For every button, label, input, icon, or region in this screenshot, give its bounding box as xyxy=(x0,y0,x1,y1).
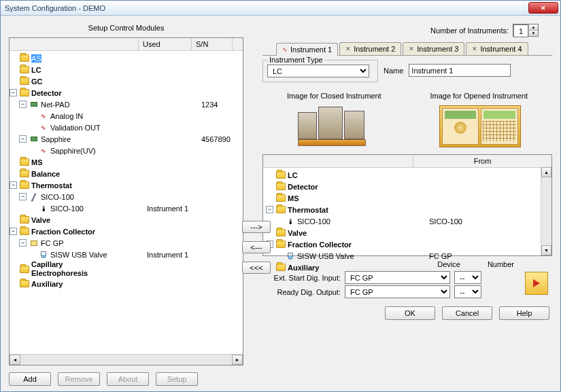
instrument-tabs: ∿Instrument 1 ✕Instrument 2 ✕Instrument … xyxy=(262,42,552,56)
folder-icon xyxy=(19,88,30,98)
left-button-row: Add Remove About Setup xyxy=(9,366,243,386)
tree-item-balance[interactable]: Balance xyxy=(10,168,243,179)
ready-output-label: Ready Dig. Output: xyxy=(262,288,341,296)
instrument-name-input[interactable] xyxy=(409,64,511,77)
folder-icon xyxy=(275,240,286,249)
rt-item-ms[interactable]: MS xyxy=(266,192,551,204)
tree-item-capillary[interactable]: Capillary Electrophoresis xyxy=(10,260,243,278)
minus-icon[interactable]: − xyxy=(19,101,27,108)
tab-instrument-1[interactable]: ∿Instrument 1 xyxy=(276,43,338,56)
minus-icon[interactable]: − xyxy=(19,135,27,143)
ext-start-row: Ext. Start Dig. Input: FC GP -- xyxy=(262,271,552,284)
tree-item-as[interactable]: AS xyxy=(10,52,243,64)
signal-icon: ∿ xyxy=(38,123,49,132)
help-button[interactable]: Help xyxy=(499,306,549,320)
tree-header: Used S/N xyxy=(10,38,243,51)
window: System Configuration - DEMO ✕ Setup Cont… xyxy=(0,0,561,392)
opened-image-label: Image for Opened Instrument xyxy=(430,92,528,100)
rt-header-from[interactable]: From xyxy=(413,155,551,167)
opened-instrument-image[interactable] xyxy=(436,103,524,150)
rt-header-name[interactable] xyxy=(263,155,413,167)
ext-start-device-select[interactable]: FC GP xyxy=(345,271,450,284)
minus-icon[interactable]: − xyxy=(19,193,27,200)
scroll-up-icon[interactable]: ▲ xyxy=(541,167,551,177)
ready-output-row: Ready Dig. Output: FC GP -- xyxy=(262,285,552,298)
remove-button[interactable]: Remove xyxy=(58,372,100,386)
tab-instrument-3[interactable]: ✕Instrument 3 xyxy=(403,42,464,55)
tab-instrument-2[interactable]: ✕Instrument 2 xyxy=(339,42,401,55)
tree-item-validation-out[interactable]: ∿Validation OUT xyxy=(10,122,243,133)
tree-item-fraction-collector[interactable]: −Fraction Collector xyxy=(10,226,243,237)
tree-item-analog-in[interactable]: ∿Analog IN xyxy=(10,110,243,122)
signal-icon: ∿ xyxy=(282,46,288,53)
rt-item-valve[interactable]: Valve xyxy=(266,227,551,238)
tree-header-name[interactable] xyxy=(10,38,139,50)
tree-item-sisw[interactable]: SISW USB ValveInstrument 1 xyxy=(10,249,243,260)
ext-start-number-select[interactable]: -- xyxy=(454,271,481,284)
minus-icon[interactable]: − xyxy=(10,228,17,235)
tab-instrument-4[interactable]: ✕Instrument 4 xyxy=(466,42,528,55)
setup-button[interactable]: Setup xyxy=(156,372,198,386)
minus-icon[interactable]: − xyxy=(19,239,27,247)
temp-icon: 🌡 xyxy=(285,217,296,226)
rt-item-fraction-collector[interactable]: −Fraction Collector xyxy=(266,238,551,250)
horizontal-scrollbar[interactable]: ◄ ► xyxy=(10,354,243,365)
tree-header-used[interactable]: Used xyxy=(139,38,192,50)
add-button[interactable]: Add xyxy=(9,372,51,386)
tree-item-sico100-b[interactable]: 🌡SICO-100Instrument 1 xyxy=(10,202,243,214)
rt-item-detector[interactable]: Detector xyxy=(266,181,551,192)
tree-item-netpad[interactable]: −Net-PAD1234 xyxy=(10,99,243,110)
close-button[interactable]: ✕ xyxy=(528,2,558,14)
spin-up-icon[interactable]: ▲ xyxy=(528,24,538,31)
about-button[interactable]: About xyxy=(107,372,149,386)
scroll-left-icon[interactable]: ◄ xyxy=(10,355,20,365)
tree-item-lc[interactable]: LC xyxy=(10,64,243,75)
disabled-icon: ✕ xyxy=(472,46,477,52)
scroll-down-icon[interactable]: ▼ xyxy=(541,245,551,255)
minus-icon[interactable]: − xyxy=(266,206,273,213)
vertical-scrollbar[interactable]: ▲ ▼ xyxy=(541,167,551,255)
instrument-tree[interactable]: LC Detector MS −Thermostat 🌡SICO-100SICO… xyxy=(263,168,551,274)
rt-item-thermostat[interactable]: −Thermostat xyxy=(266,204,551,215)
tree-item-sapphire[interactable]: −Sapphire4567890 xyxy=(10,133,243,145)
arrow-right-icon xyxy=(533,279,540,287)
tree-item-auxiliary[interactable]: Auxiliary xyxy=(10,278,243,289)
move-right-button[interactable]: ---> xyxy=(242,221,271,233)
tree-item-fcgp[interactable]: −FC GP xyxy=(10,237,243,249)
tree-item-gc[interactable]: GC xyxy=(10,75,243,87)
move-all-left-button[interactable]: <<< xyxy=(242,262,271,274)
folder-icon xyxy=(19,77,30,86)
io-config-button[interactable] xyxy=(525,272,548,295)
ready-output-number-select[interactable]: -- xyxy=(454,285,481,298)
folder-icon xyxy=(19,264,30,274)
tree-item-detector[interactable]: −Detector xyxy=(10,87,243,99)
tree-item-sapphire-uv[interactable]: ∿Sapphire(UV) xyxy=(10,145,243,156)
folder-icon xyxy=(19,215,30,225)
right-button-row: OK Cancel Help xyxy=(262,300,552,320)
scroll-right-icon[interactable]: ► xyxy=(232,355,243,365)
module-tree[interactable]: AS LC GC −Detector −Net-PAD1234 ∿Analog … xyxy=(10,51,243,291)
spin-down-icon[interactable]: ▼ xyxy=(528,31,538,36)
minus-icon[interactable]: − xyxy=(10,89,17,96)
tree-item-ms[interactable]: MS xyxy=(10,156,243,168)
image-boxes xyxy=(262,103,552,150)
tree-item-valve[interactable]: Valve xyxy=(10,214,243,226)
rt-item-lc[interactable]: LC xyxy=(266,169,551,181)
rt-item-sico100[interactable]: 🌡SICO-100SICO-100 xyxy=(266,215,551,227)
ok-button[interactable]: OK xyxy=(385,306,435,320)
rt-item-sisw[interactable]: SISW USB ValveFC GP xyxy=(266,250,551,262)
move-left-button[interactable]: <--- xyxy=(242,241,271,253)
window-title: System Configuration - DEMO xyxy=(5,4,105,12)
num-instruments-spinner[interactable]: ▲▼ xyxy=(513,24,539,37)
minus-icon[interactable]: − xyxy=(10,181,17,189)
cancel-button[interactable]: Cancel xyxy=(442,306,492,320)
closed-instrument-image[interactable] xyxy=(291,103,379,150)
flask-icon xyxy=(285,251,296,261)
tree-item-thermostat[interactable]: −Thermostat xyxy=(10,179,243,191)
tree-header-sn[interactable]: S/N xyxy=(192,38,233,50)
instrument-type-select[interactable]: LC xyxy=(267,65,369,77)
ready-output-device-select[interactable]: FC GP xyxy=(345,285,450,298)
tree-item-sico100-a[interactable]: −SICO-100 xyxy=(10,191,243,202)
num-instruments-input[interactable] xyxy=(513,24,528,37)
image-labels: Image for Closed Instrument Image for Op… xyxy=(262,92,552,100)
